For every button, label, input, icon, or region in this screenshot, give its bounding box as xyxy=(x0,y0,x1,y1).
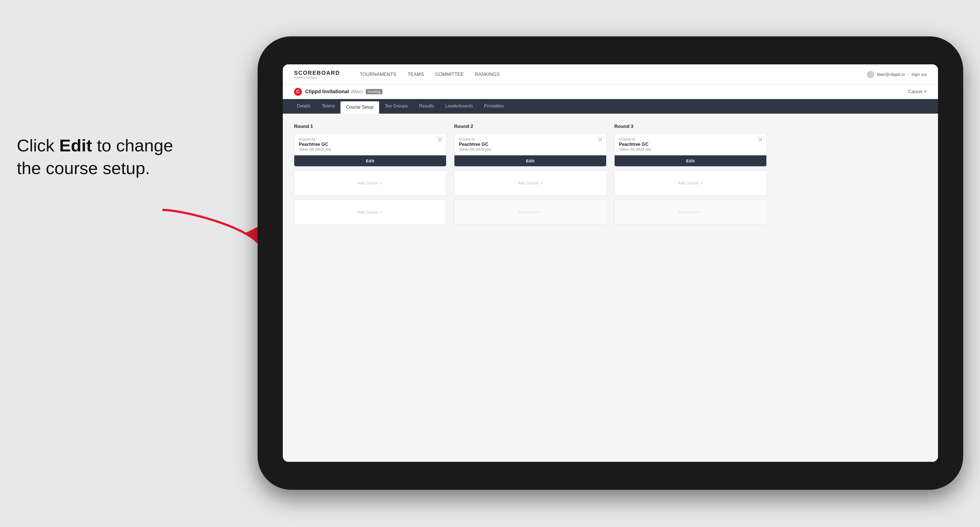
round-1-add-label-2: Add Course + xyxy=(358,210,382,215)
round-2-edit-button[interactable]: Edit xyxy=(455,156,606,166)
delete-icon-3: ⊟ xyxy=(759,137,762,141)
round-1-title: Round 1 xyxy=(294,124,446,129)
plus-icon-3: + xyxy=(540,181,542,186)
tab-details[interactable]: Details xyxy=(291,99,316,114)
event-logo: C xyxy=(294,88,302,96)
round-3-add-label-1: Add Course + xyxy=(678,181,703,186)
round-2-course-inner: ⊟ (Course A) Peachtree GC Yellow (M) (66… xyxy=(455,133,606,151)
nav-teams[interactable]: TEAMS xyxy=(407,70,424,78)
round-3-add-course-1[interactable]: Add Course + xyxy=(614,170,767,196)
round-2-add-course-1[interactable]: Add Course + xyxy=(454,170,606,196)
round-2-title: Round 2 xyxy=(454,124,606,129)
round-1-course-details: Yellow (M) (6629 yds) xyxy=(299,148,442,151)
instruction-text: Click Edit to change the course setup. xyxy=(17,134,179,179)
round-3-add-label-2: Add Course + xyxy=(678,210,703,215)
tab-course-setup[interactable]: Course Setup xyxy=(340,101,379,114)
logo-subtitle: Powered by clippd xyxy=(294,76,340,79)
round-1-course-label: (Course A) xyxy=(299,137,442,141)
user-avatar xyxy=(867,71,874,78)
round-3-course-label: (Course A) xyxy=(619,137,762,141)
event-gender: (Men) xyxy=(351,89,363,94)
delete-icon: ⊟ xyxy=(439,137,442,141)
round-3-delete-button[interactable]: ⊟ xyxy=(757,136,764,143)
delete-icon-2: ⊟ xyxy=(599,137,602,141)
tablet-device: SCOREBOARD Powered by clippd TOURNAMENTS… xyxy=(258,37,963,490)
round-1-course-card: ⊟ (Course A) Peachtree GC Yellow (M) (66… xyxy=(294,133,446,167)
nav-links: TOURNAMENTS TEAMS COMMITTEE RANKINGS xyxy=(360,70,500,78)
user-email: blair@clippd.io xyxy=(877,72,905,77)
round-1-add-course-2[interactable]: Add Course + xyxy=(294,200,446,225)
round-3-course-details: Yellow (M) (6629 yds) xyxy=(619,148,762,151)
tab-results[interactable]: Results xyxy=(414,99,440,114)
round-1-course-name: Peachtree GC xyxy=(299,142,442,147)
nav-right: blair@clippd.io | Sign out xyxy=(867,71,927,78)
arrow-indicator xyxy=(154,204,272,260)
round-4-empty-column xyxy=(775,124,927,229)
round-1-add-label-1: Add Course + xyxy=(358,181,382,186)
round-1-delete-button[interactable]: ⊟ xyxy=(437,136,443,143)
round-2-course-label: (Course A) xyxy=(459,137,602,141)
round-2-add-label-1: Add Course + xyxy=(518,181,542,186)
event-hosting-badge: Hosting xyxy=(366,89,382,94)
round-2-course-details: Yellow (M) (6629 yds) xyxy=(459,148,602,151)
round-3-course-inner: ⊟ (Course A) Peachtree GC Yellow (M) (66… xyxy=(615,133,766,151)
cancel-icon: × xyxy=(924,89,927,95)
top-navigation: SCOREBOARD Powered by clippd TOURNAMENTS… xyxy=(283,64,938,84)
tab-bar: Details Teams Course Setup Tee Groups Re… xyxy=(283,99,938,114)
nav-tournaments[interactable]: TOURNAMENTS xyxy=(360,70,396,78)
plus-icon-2: + xyxy=(380,210,382,215)
logo-area: SCOREBOARD Powered by clippd xyxy=(294,70,340,79)
round-3-course-card: ⊟ (Course A) Peachtree GC Yellow (M) (66… xyxy=(614,133,767,167)
round-3-column: Round 3 ⊟ (Course A) Peachtree GC Yellow… xyxy=(614,124,767,229)
round-2-course-name: Peachtree GC xyxy=(459,142,602,147)
plus-icon-6: + xyxy=(700,210,703,215)
event-title: Clippd Invitational xyxy=(305,89,349,95)
event-bar: C Clippd Invitational (Men) Hosting Canc… xyxy=(283,84,938,99)
round-2-delete-button[interactable]: ⊟ xyxy=(597,136,603,143)
tablet-screen: SCOREBOARD Powered by clippd TOURNAMENTS… xyxy=(283,64,938,462)
round-1-course-inner: ⊟ (Course A) Peachtree GC Yellow (M) (66… xyxy=(294,133,446,151)
sign-out-link[interactable]: Sign out xyxy=(912,72,927,77)
tab-leaderboards[interactable]: Leaderboards xyxy=(440,99,479,114)
round-3-course-name: Peachtree GC xyxy=(619,142,762,147)
round-2-column: Round 2 ⊟ (Course A) Peachtree GC Yellow… xyxy=(454,124,606,229)
tab-printables[interactable]: Printables xyxy=(479,99,510,114)
nav-rankings[interactable]: RANKINGS xyxy=(475,70,500,78)
instruction-prefix: Click xyxy=(17,136,59,155)
round-1-edit-button[interactable]: Edit xyxy=(294,156,446,166)
instruction-bold: Edit xyxy=(59,136,92,155)
round-1-add-course-1[interactable]: Add Course + xyxy=(294,170,446,196)
tab-tee-groups[interactable]: Tee Groups xyxy=(379,99,414,114)
nav-committee[interactable]: COMMITTEE xyxy=(435,70,464,78)
scoreboard-logo: SCOREBOARD xyxy=(294,70,340,76)
round-2-add-label-2: Add Course + xyxy=(518,210,542,215)
plus-icon-5: + xyxy=(700,181,703,186)
rounds-container: Round 1 ⊟ (Course A) Peachtree GC Yellow… xyxy=(294,124,927,229)
plus-icon-4: + xyxy=(540,210,542,215)
round-3-title: Round 3 xyxy=(614,124,767,129)
round-2-course-card: ⊟ (Course A) Peachtree GC Yellow (M) (66… xyxy=(454,133,606,167)
plus-icon-1: + xyxy=(380,181,382,186)
round-3-add-course-2: Add Course + xyxy=(614,200,767,225)
round-3-edit-button[interactable]: Edit xyxy=(615,156,766,166)
round-1-column: Round 1 ⊟ (Course A) Peachtree GC Yellow… xyxy=(294,124,446,229)
round-2-add-course-2: Add Course + xyxy=(454,200,606,225)
main-content: Round 1 ⊟ (Course A) Peachtree GC Yellow… xyxy=(283,114,938,462)
cancel-button[interactable]: Cancel × xyxy=(908,89,927,95)
nav-separator: | xyxy=(907,72,908,77)
tab-teams[interactable]: Teams xyxy=(316,99,340,114)
